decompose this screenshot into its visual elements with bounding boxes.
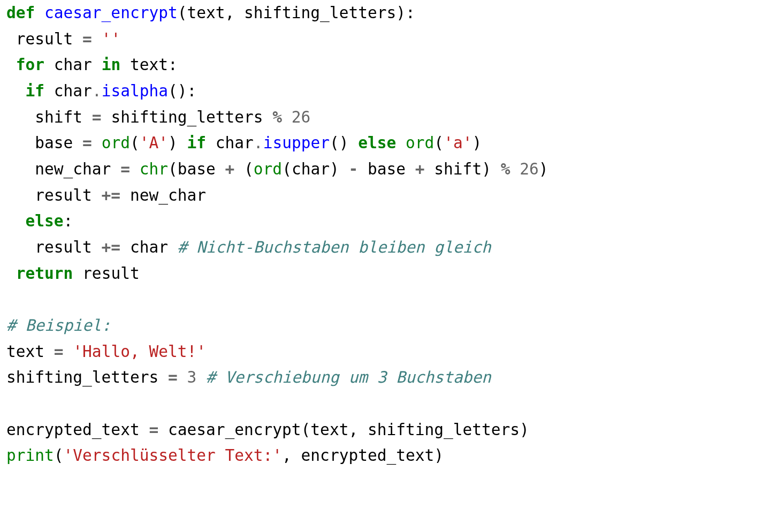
code-token: 3 bbox=[187, 368, 196, 386]
code-token: . bbox=[254, 134, 263, 152]
code-token: else bbox=[26, 212, 64, 230]
code-token: else bbox=[358, 134, 396, 152]
code-token: caesar_encrypt bbox=[44, 4, 178, 22]
code-token: ord bbox=[406, 134, 434, 152]
code-token: % bbox=[272, 108, 282, 126]
code-token: ord bbox=[102, 134, 130, 152]
code-token: isupper bbox=[263, 134, 330, 152]
code-token: += bbox=[102, 186, 121, 204]
code-token: chr bbox=[140, 160, 168, 178]
code-token: if bbox=[26, 82, 45, 100]
code-token: 26 bbox=[292, 108, 311, 126]
code-token: 'A' bbox=[140, 134, 168, 152]
code-token: ord bbox=[254, 160, 282, 178]
code-token: in bbox=[102, 56, 121, 74]
code-token: # Nicht-Buchstaben bleiben gleich bbox=[178, 238, 491, 256]
code-token: = bbox=[54, 343, 64, 361]
code-token: += bbox=[102, 238, 121, 256]
code-token: = bbox=[120, 160, 130, 178]
code-block: def caesar_encrypt(text, shifting_letter… bbox=[0, 0, 762, 469]
code-token: - bbox=[348, 160, 358, 178]
code-token: print bbox=[6, 446, 54, 465]
code-token: if bbox=[187, 134, 207, 152]
code-token: = bbox=[82, 30, 92, 48]
code-token: def bbox=[6, 4, 44, 22]
code-token: for bbox=[16, 56, 44, 74]
code-token: 'a' bbox=[444, 134, 472, 152]
code-token: = bbox=[149, 421, 158, 439]
code-token: + bbox=[415, 160, 425, 178]
code-token: = bbox=[82, 134, 92, 152]
code-token: 'Verschlüsselter Text:' bbox=[64, 446, 283, 465]
code-token: = bbox=[168, 368, 178, 386]
code-token: 'Hallo, Welt!' bbox=[73, 343, 206, 361]
code-token: % bbox=[501, 160, 510, 178]
code-token: . bbox=[92, 82, 102, 100]
code-token: isalpha bbox=[102, 82, 168, 100]
code-token: + bbox=[225, 160, 235, 178]
code-token: 26 bbox=[520, 160, 539, 178]
code-token: # Verschiebung um 3 Buchstaben bbox=[206, 368, 491, 386]
code-token: '' bbox=[102, 30, 121, 48]
code-token: # Beispiel: bbox=[6, 316, 111, 335]
code-token: return bbox=[16, 264, 73, 283]
code-token: = bbox=[92, 108, 102, 126]
